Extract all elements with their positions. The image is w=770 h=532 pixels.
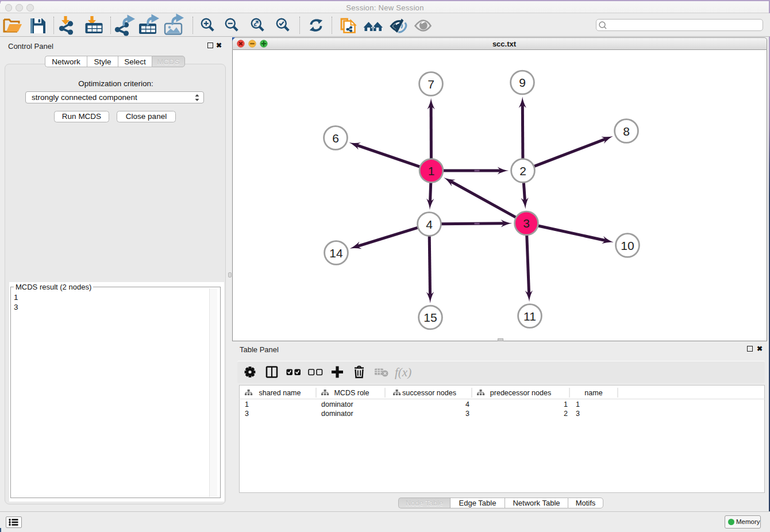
svg-text:1: 1 <box>245 400 249 408</box>
svg-text:2: 2 <box>564 410 568 418</box>
svg-text:dominator: dominator <box>321 410 353 418</box>
svg-text:10: 10 <box>621 239 634 252</box>
svg-text:3: 3 <box>576 410 580 418</box>
svg-text:predecessor nodes: predecessor nodes <box>490 389 551 397</box>
svg-text:4: 4 <box>426 218 433 231</box>
svg-text:11: 11 <box>523 310 536 323</box>
svg-text:3: 3 <box>465 410 469 418</box>
svg-text:successor nodes: successor nodes <box>402 389 456 397</box>
svg-text:8: 8 <box>623 125 630 138</box>
svg-text:shared name: shared name <box>259 389 301 397</box>
svg-text:1: 1 <box>428 164 435 178</box>
svg-text:6: 6 <box>332 132 339 145</box>
svg-text:MCDS role: MCDS role <box>334 389 369 397</box>
svg-text:name: name <box>584 389 602 397</box>
svg-text:9: 9 <box>519 76 526 89</box>
svg-text:f(x): f(x) <box>395 365 411 379</box>
svg-text:7: 7 <box>428 78 434 91</box>
svg-text:dominator: dominator <box>321 400 353 408</box>
svg-text:4: 4 <box>465 400 469 408</box>
svg-text:15: 15 <box>424 311 437 324</box>
svg-text:1: 1 <box>564 400 568 408</box>
svg-text:2: 2 <box>519 164 526 178</box>
svg-text:3: 3 <box>245 410 249 418</box>
svg-text:3: 3 <box>523 217 530 230</box>
svg-text:14: 14 <box>329 246 343 260</box>
svg-text:1: 1 <box>576 400 580 408</box>
